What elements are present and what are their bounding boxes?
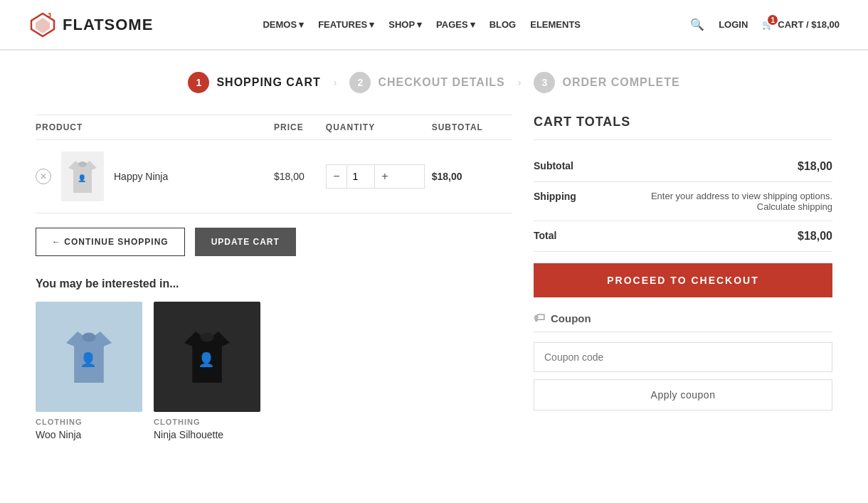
interest-image-1: 👤 (36, 302, 142, 412)
svg-text:👤: 👤 (198, 351, 215, 368)
interest-category-1: CLOTHING (36, 418, 142, 426)
chevron-down-icon: ▾ (470, 19, 475, 30)
col-product: PRODUCT (36, 115, 274, 140)
interest-product-image-2: 👤 (179, 325, 235, 389)
main-nav: DEMOS ▾ FEATURES ▾ SHOP ▾ PAGES ▾ BLOG E… (263, 19, 581, 30)
step-arrow-1: › (334, 77, 337, 88)
total-row: Total $18,00 (534, 221, 832, 252)
shipping-label: Shipping (534, 191, 576, 202)
interest-name-2: Ninja Silhouette (154, 429, 260, 440)
total-value: $18,00 (798, 230, 832, 243)
step-arrow-2: › (518, 77, 522, 88)
main-content: PRODUCT PRICE QUANTITY SUBTOTAL (7, 107, 861, 469)
chevron-down-icon: ▾ (369, 19, 374, 30)
cart-actions: ← CONTINUE SHOPPING UPDATE CART (36, 228, 512, 256)
svg-text:👤: 👤 (78, 174, 87, 183)
step-2: 2 CHECKOUT DETAILS (349, 72, 504, 93)
interest-card-1[interactable]: 👤 CLOTHING Woo Ninja (36, 302, 142, 440)
interests-section: You may be interested in... 👤 CLOTHING W… (36, 277, 512, 440)
step-2-label: CHECKOUT DETAILS (378, 76, 504, 89)
cart-button[interactable]: 🛒 1 CART / $18,00 (762, 19, 840, 30)
update-cart-button[interactable]: UPDATE CART (195, 228, 296, 256)
interests-title: You may be interested in... (36, 277, 512, 290)
logo-text: FLATSOME (63, 16, 153, 34)
product-name: Happy Ninja (114, 171, 168, 182)
step-1: 1 SHOPPING CART (188, 72, 320, 93)
svg-point-7 (82, 332, 95, 341)
svg-text:3: 3 (48, 11, 51, 18)
cart-totals-title: CART TOTALS (534, 115, 832, 140)
total-label: Total (534, 230, 556, 241)
svg-point-4 (78, 162, 87, 167)
subtotal-value: $18,00 (798, 160, 832, 173)
sidebar-section: CART TOTALS Subtotal $18,00 Shipping Ent… (534, 115, 832, 440)
shipping-info: Enter your address to view shipping opti… (651, 191, 832, 212)
site-header: 3 FLATSOME DEMOS ▾ FEATURES ▾ SHOP ▾ PAG… (0, 0, 868, 51)
product-cell: ✕ 👤 Happy Ninja (36, 140, 274, 213)
interest-category-2: CLOTHING (154, 418, 260, 426)
step-3-num: 3 (534, 72, 555, 93)
interest-product-image-1: 👤 (60, 325, 117, 389)
interest-image-2: 👤 (154, 302, 260, 412)
quantity-control: − + (326, 164, 425, 189)
coupon-section: 🏷 Coupon Apply coupon (534, 312, 832, 411)
product-image: 👤 (65, 157, 100, 196)
coupon-header: 🏷 Coupon (534, 312, 832, 332)
product-price: $18,00 (274, 140, 326, 213)
coupon-code-input[interactable] (534, 342, 832, 372)
shipping-text: Enter your address to view shipping opti… (651, 191, 832, 201)
product-subtotal: $18,00 (432, 140, 512, 213)
cart-table: PRODUCT PRICE QUANTITY SUBTOTAL (36, 115, 512, 213)
interests-grid: 👤 CLOTHING Woo Ninja 👤 C (36, 302, 512, 440)
logo-area[interactable]: 3 FLATSOME (28, 11, 153, 39)
continue-shopping-button[interactable]: ← CONTINUE SHOPPING (36, 228, 185, 256)
interest-card-2[interactable]: 👤 CLOTHING Ninja Silhouette (154, 302, 260, 440)
table-row: ✕ 👤 Happy Ninja (36, 140, 512, 213)
svg-point-10 (200, 332, 213, 341)
cart-label: CART / $18,00 (778, 19, 840, 30)
proceed-to-checkout-button[interactable]: PROCEED TO CHECKOUT (534, 263, 832, 297)
nav-elements[interactable]: ELEMENTS (530, 19, 581, 30)
col-quantity: QUANTITY (326, 115, 432, 140)
qty-input[interactable] (346, 165, 375, 188)
subtotal-row: Subtotal $18,00 (534, 152, 832, 182)
nav-demos[interactable]: DEMOS ▾ (263, 19, 304, 30)
step-1-num: 1 (188, 72, 209, 93)
step-3-label: ORDER COMPLETE (562, 76, 679, 89)
chevron-down-icon: ▾ (417, 19, 422, 30)
svg-text:👤: 👤 (80, 351, 97, 368)
cart-icon-box: 🛒 1 (762, 19, 773, 30)
step-3: 3 ORDER COMPLETE (534, 72, 679, 93)
nav-shop[interactable]: SHOP ▾ (388, 19, 422, 30)
checkout-steps: 1 SHOPPING CART › 2 CHECKOUT DETAILS › 3… (0, 51, 868, 107)
nav-blog[interactable]: BLOG (489, 19, 517, 30)
qty-increase-button[interactable]: + (375, 165, 395, 188)
nav-features[interactable]: FEATURES ▾ (318, 19, 374, 30)
calculate-shipping-link[interactable]: Calculate shipping (651, 201, 832, 212)
cart-section: PRODUCT PRICE QUANTITY SUBTOTAL (36, 115, 512, 440)
apply-coupon-button[interactable]: Apply coupon (534, 379, 832, 411)
svg-marker-1 (36, 18, 50, 33)
product-thumbnail: 👤 (61, 152, 104, 201)
coupon-icon: 🏷 (534, 312, 545, 324)
remove-item-button[interactable]: ✕ (36, 169, 51, 184)
search-button[interactable]: 🔍 (690, 18, 704, 31)
nav-pages[interactable]: PAGES ▾ (436, 19, 475, 30)
subtotal-label: Subtotal (534, 160, 573, 171)
step-1-label: SHOPPING CART (216, 76, 320, 89)
col-price: PRICE (274, 115, 326, 140)
product-quantity: − + (326, 140, 432, 213)
col-subtotal: SUBTOTAL (432, 115, 512, 140)
step-2-num: 2 (349, 72, 371, 93)
logo-icon: 3 (28, 11, 57, 39)
qty-decrease-button[interactable]: − (327, 165, 346, 188)
login-link[interactable]: LOGIN (719, 19, 748, 30)
interest-name-1: Woo Ninja (36, 429, 142, 440)
shipping-row: Shipping Enter your address to view ship… (534, 182, 832, 221)
chevron-down-icon: ▾ (299, 19, 304, 30)
coupon-label: Coupon (551, 312, 591, 324)
header-right: 🔍 LOGIN 🛒 1 CART / $18,00 (690, 18, 840, 31)
